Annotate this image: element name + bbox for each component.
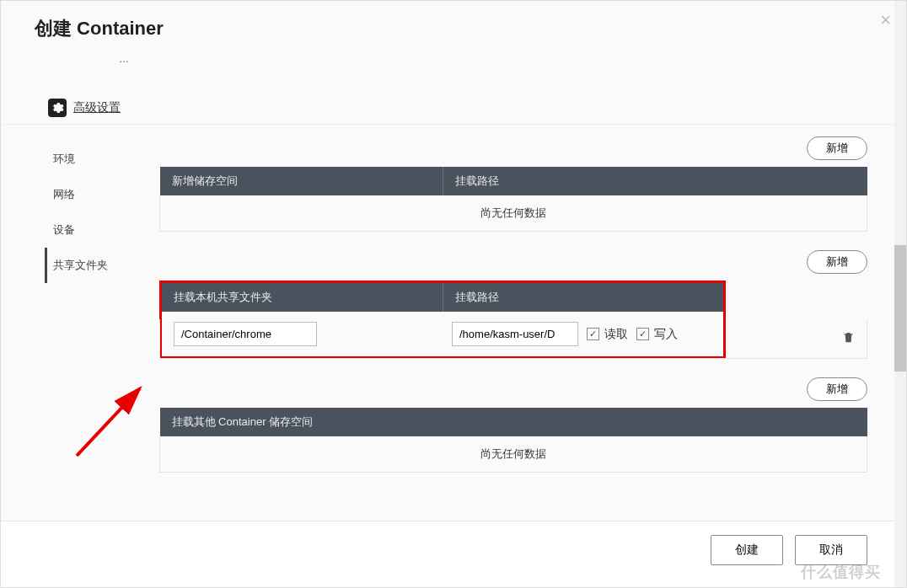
local-path-input[interactable]: [174, 322, 317, 346]
mount-path-input[interactable]: [452, 322, 578, 346]
annotation-arrow-icon: [60, 372, 161, 473]
modal-footer: 创建 取消: [1, 521, 906, 587]
storage-header-2: 挂载路径: [443, 167, 867, 195]
close-icon[interactable]: ×: [880, 9, 891, 31]
share-header-1: 挂载本机共享文件夹: [162, 283, 443, 312]
create-button[interactable]: 创建: [711, 535, 783, 565]
scrollbar[interactable]: [894, 1, 906, 587]
trash-icon[interactable]: [842, 331, 855, 346]
gear-icon: [48, 99, 67, 117]
write-checkbox[interactable]: ✓写入: [636, 327, 678, 342]
add-storage-button[interactable]: 新增: [807, 136, 867, 160]
cancel-button[interactable]: 取消: [795, 535, 867, 565]
watermark: 什么值得买: [801, 562, 881, 582]
storage-empty: 尚无任何数据: [160, 195, 867, 232]
create-container-modal: × 创建 Container … 高级设置 环境 网络 设备 共享文件夹 新增 …: [0, 0, 907, 588]
advanced-settings-title[interactable]: 高级设置: [73, 100, 121, 115]
scroll-thumb[interactable]: [894, 245, 906, 372]
tab-device[interactable]: 设备: [45, 212, 144, 248]
other-container-block: 新增 挂载其他 Container 储存空间 尚无任何数据: [159, 377, 867, 473]
share-header-2: 挂载路径: [443, 283, 723, 312]
svg-line-0: [77, 388, 140, 456]
content-area: 新增 新增储存空间 挂载路径 尚无任何数据 新增 挂载本机共享文件夹 挂载路径: [144, 125, 906, 491]
other-empty: 尚无任何数据: [160, 436, 867, 473]
other-header-1: 挂载其他 Container 储存空间: [160, 408, 867, 436]
shared-folder-block: 新增 挂载本机共享文件夹 挂载路径 ✓读取 ✓写入: [159, 250, 867, 359]
add-share-button[interactable]: 新增: [807, 250, 867, 274]
tab-shared-folders[interactable]: 共享文件夹: [45, 248, 144, 283]
tab-network[interactable]: 网络: [45, 177, 144, 212]
tab-environment[interactable]: 环境: [45, 142, 144, 177]
storage-header-1: 新增储存空间: [160, 167, 443, 195]
read-checkbox[interactable]: ✓读取: [587, 327, 628, 342]
modal-title: 创建 Container: [35, 16, 883, 41]
info-link[interactable]: …: [85, 53, 906, 65]
add-other-button[interactable]: 新增: [807, 377, 867, 401]
storage-block: 新增 新增储存空间 挂载路径 尚无任何数据: [159, 136, 867, 232]
